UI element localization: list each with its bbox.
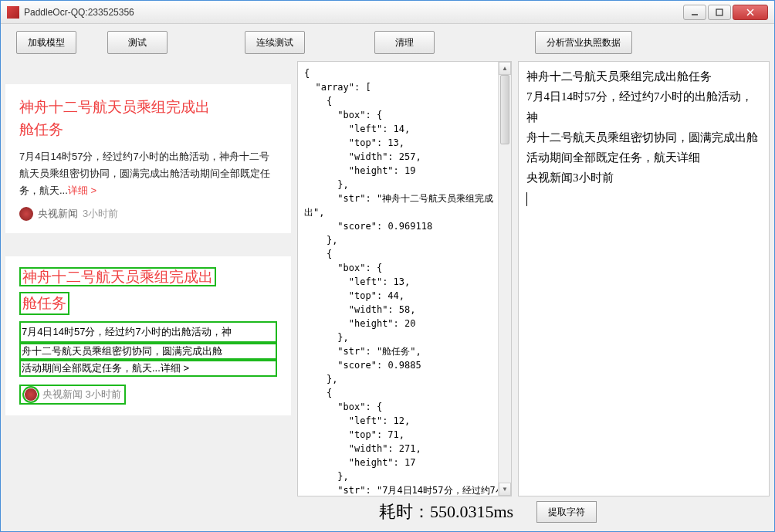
ocr-box-body-1: 7月4日14时57分，经过约7小时的出舱活动，神 — [19, 321, 277, 342]
json-output-text[interactable]: { "array": [ { "box": { "left": 14, "top… — [298, 62, 511, 496]
extracted-line: 神舟十二号航天员乘组完成出舱任务 — [526, 66, 761, 86]
app-icon — [7, 6, 19, 19]
test-button[interactable]: 测试 — [107, 31, 168, 54]
svg-rect-1 — [716, 9, 723, 15]
extracted-line: 7月4日14时57分，经过约7小时的出舱活动，神 — [526, 86, 761, 127]
extract-chars-button[interactable]: 提取字符 — [536, 501, 597, 523]
left-panel: 神舟十二号航天员乘组完成出 舱任务 7月4日14时57分，经过约7小时的出舱活动… — [5, 61, 291, 496]
avatar-icon — [24, 388, 38, 402]
news-meta: 央视新闻 3小时前 — [19, 207, 277, 221]
maximize-button[interactable] — [708, 5, 731, 20]
news-title: 神舟十二号航天员乘组完成出 舱任务 — [19, 97, 277, 141]
extracted-line: 活动期间全部既定任务，航天详细 — [526, 147, 761, 168]
ocr-box-title-2: 舱任务 — [19, 292, 69, 315]
load-model-button[interactable]: 加载模型 — [16, 31, 76, 54]
scroll-up-icon[interactable]: ▲ — [499, 62, 511, 75]
ocr-box-meta: 央视新闻 3小时前 — [19, 385, 126, 405]
titlebar[interactable]: PaddleOcr-QQ:233525356 — [1, 1, 774, 24]
news-time: 3小时前 — [83, 207, 118, 221]
footer: 耗时：550.0315ms 提取字符 — [1, 496, 774, 527]
analyze-button[interactable]: 分析营业执照数据 — [535, 31, 632, 54]
ocr-box-title-1: 神舟十二号航天员乘组完成出 — [19, 267, 216, 286]
scroll-track[interactable] — [499, 75, 511, 483]
scrollbar-vertical[interactable]: ▲ ▼ — [498, 62, 511, 496]
news-card-annotated: 神舟十二号航天员乘组完成出 舱任务 7月4日14时57分，经过约7小时的出舱活动… — [5, 256, 291, 415]
extracted-text-panel[interactable]: 神舟十二号航天员乘组完成出舱任务 7月4日14时57分，经过约7小时的出舱活动，… — [518, 61, 770, 496]
extracted-line: 舟十二号航天员乘组密切协同，圆满完成出舱 — [526, 127, 761, 147]
clear-button[interactable]: 清理 — [374, 31, 435, 54]
app-window: PaddleOcr-QQ:233525356 加载模型 测试 连续测试 清理 分… — [0, 0, 775, 532]
content-area: 神舟十二号航天员乘组完成出 舱任务 7月4日14时57分，经过约7小时的出舱活动… — [1, 61, 774, 496]
window-title: PaddleOcr-QQ:233525356 — [24, 7, 682, 18]
toolbar: 加载模型 测试 连续测试 清理 分析营业执照数据 — [1, 24, 774, 61]
avatar-icon — [19, 207, 33, 221]
text-cursor — [526, 192, 527, 206]
json-output-panel[interactable]: { "array": [ { "box": { "left": 14, "top… — [297, 61, 512, 496]
detail-link[interactable]: 详细 > — [68, 185, 96, 196]
minimize-button[interactable] — [683, 5, 706, 20]
ocr-box-body-3: 活动期间全部既定任务，航天...详细 > — [19, 360, 277, 377]
news-source: 央视新闻 — [38, 207, 78, 221]
news-card-original: 神舟十二号航天员乘组完成出 舱任务 7月4日14时57分，经过约7小时的出舱活动… — [5, 84, 291, 233]
scroll-down-icon[interactable]: ▼ — [499, 483, 511, 496]
continuous-test-button[interactable]: 连续测试 — [245, 31, 305, 54]
ocr-box-body-2: 舟十二号航天员乘组密切协同，圆满完成出舱 — [19, 343, 277, 360]
extracted-line: 央视新闻3小时前 — [526, 168, 761, 188]
close-button[interactable] — [733, 5, 768, 20]
window-controls — [682, 5, 768, 20]
timing-label: 耗时：550.0315ms — [379, 500, 513, 524]
timing-value: 550.0315ms — [430, 502, 513, 521]
scroll-thumb[interactable] — [500, 75, 509, 144]
news-body: 7月4日14时57分，经过约7小时的出舱活动，神舟十二号航天员乘组密切协同，圆满… — [19, 148, 277, 199]
